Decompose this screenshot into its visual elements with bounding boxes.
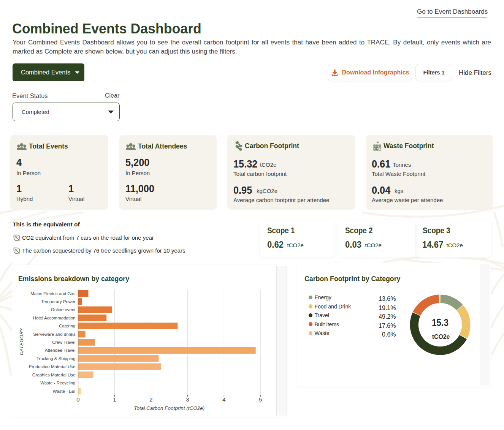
svg-text:CATEGORY: CATEGORY bbox=[19, 327, 24, 355]
svg-text:Hotel Accommodation: Hotel Accommodation bbox=[33, 316, 76, 320]
svg-text:5: 5 bbox=[259, 396, 262, 403]
svg-text:Crew Travel: Crew Travel bbox=[52, 340, 75, 345]
svg-text:Trucking & Shipping: Trucking & Shipping bbox=[36, 356, 76, 361]
svg-text:Temporary Power: Temporary Power bbox=[41, 299, 75, 304]
svg-text:Total Carbon Footprint (tCO2e): Total Carbon Footprint (tCO2e) bbox=[134, 405, 205, 411]
svg-text:Waste - Recycling: Waste - Recycling bbox=[40, 381, 75, 385]
svg-text:Attendee Travel: Attendee Travel bbox=[45, 348, 76, 353]
svg-text:Waste - L&I: Waste - L&I bbox=[53, 389, 76, 394]
svg-text:Online event: Online event bbox=[51, 307, 76, 312]
svg-text:Production Material Use: Production Material Use bbox=[29, 364, 76, 369]
svg-text:tCO2e: tCO2e bbox=[432, 334, 450, 340]
svg-text:4: 4 bbox=[222, 396, 225, 403]
svg-text:1: 1 bbox=[113, 396, 116, 403]
svg-text:Catering: Catering bbox=[59, 324, 75, 328]
svg-text:0: 0 bbox=[76, 396, 79, 403]
svg-text:Graphics Material Use: Graphics Material Use bbox=[32, 373, 76, 377]
svg-text:2: 2 bbox=[149, 396, 152, 403]
svg-text:Mains Electric and Gas: Mains Electric and Gas bbox=[30, 291, 75, 296]
svg-text:15.3: 15.3 bbox=[432, 317, 449, 328]
svg-text:3: 3 bbox=[186, 396, 189, 403]
svg-text:Serveware and drinks: Serveware and drinks bbox=[33, 332, 75, 337]
